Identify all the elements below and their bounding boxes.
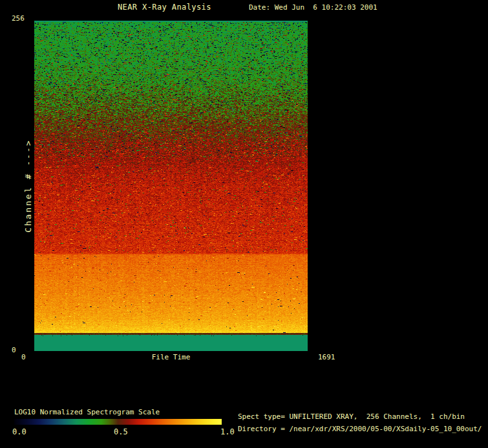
colorbar-tick-min: 0.0 (12, 428, 27, 436)
spect-type-label: Spect type= UNFILTERED XRAY, 256 Channel… (238, 412, 465, 421)
plot-window: NEAR X-Ray Analysis Date: Wed Jun 6 10:2… (0, 0, 488, 448)
colorbar-title: LOG10 Normalized Spectrogram Scale (14, 408, 160, 416)
page-title: NEAR X-Ray Analysis (118, 3, 211, 12)
colorbar-tick-mid: 0.5 (114, 428, 128, 436)
x-axis-tick-max: 1691 (318, 353, 335, 361)
colorbar-gradient (14, 419, 222, 425)
y-axis-title: Channel # ---> (23, 139, 33, 233)
x-axis-title: File Time (34, 353, 308, 361)
spectrogram-heatmap (34, 21, 308, 351)
y-axis-tick-min: 0 (12, 346, 16, 354)
directory-label: Directory = /near/xdr/XRS/2000/05-00/XSd… (238, 425, 482, 433)
y-axis-title-wrap: Channel # ---> (22, 21, 34, 351)
date-label: Date: Wed Jun 6 10:22:03 2001 (249, 3, 377, 12)
colorbar-tick-max: 1.0 (220, 428, 235, 436)
x-axis-tick-min: 0 (21, 353, 26, 361)
